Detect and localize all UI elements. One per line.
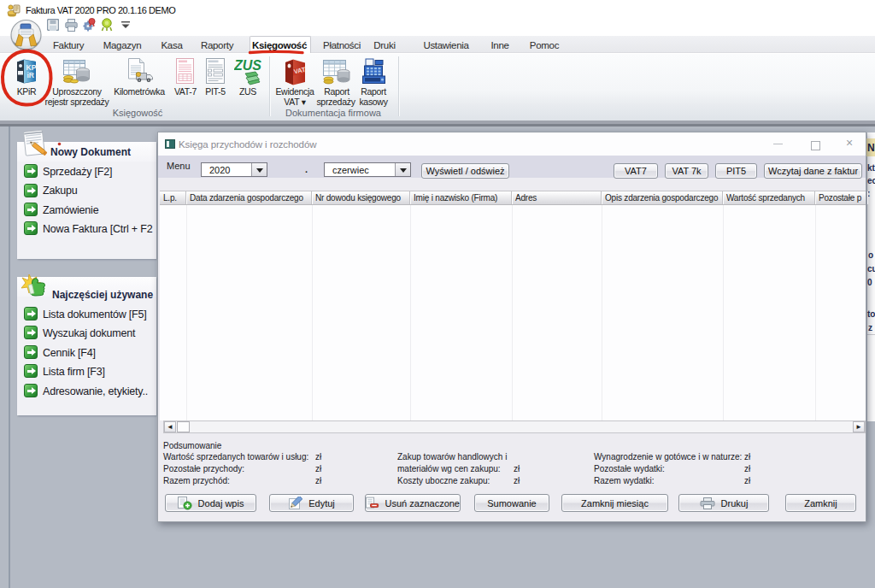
- svg-text:ZUS: ZUS: [234, 58, 261, 73]
- svg-text:iR: iR: [27, 71, 35, 79]
